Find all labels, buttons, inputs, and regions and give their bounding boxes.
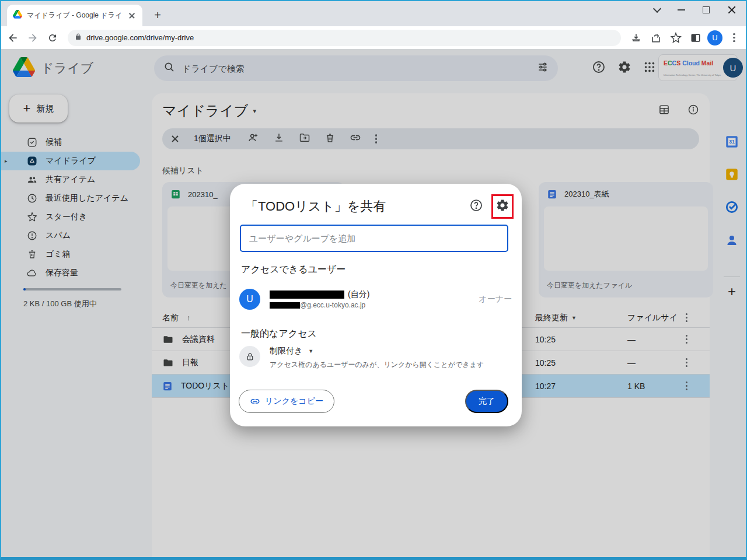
- window-close-button[interactable]: [727, 5, 736, 15]
- share-settings-gear-icon[interactable]: [495, 198, 509, 215]
- drive-favicon: [13, 10, 22, 21]
- tab-close-icon[interactable]: [127, 11, 137, 20]
- window-minimize-button[interactable]: [678, 9, 685, 10]
- owner-role-label: オーナー: [479, 294, 512, 304]
- browser-tab[interactable]: マイドライブ - Google ドライブ: [7, 5, 142, 26]
- forward-button[interactable]: [25, 30, 41, 46]
- owner-row[interactable]: U (自分) @g.ecc.u-tokyo.ac.jp オーナー: [239, 284, 512, 314]
- url-text: drive.google.com/drive/my-drive: [86, 33, 194, 42]
- done-button[interactable]: 完了: [465, 390, 508, 413]
- access-level-dropdown[interactable]: 制限付き ▼: [270, 346, 484, 356]
- lock-icon: [75, 33, 82, 43]
- back-button[interactable]: [5, 30, 21, 46]
- owner-avatar: U: [239, 289, 260, 310]
- share-dialog-title: 「TODOリスト」を共有: [245, 198, 386, 215]
- save-page-icon[interactable]: [628, 30, 644, 46]
- share-dialog: 「TODOリスト」を共有 アクセスできるユーザー U (自分) @g.ecc.u…: [230, 184, 522, 426]
- browser-menu-icon[interactable]: [726, 30, 742, 46]
- redacted-owner-name: [270, 290, 344, 299]
- owner-self-label: (自分): [348, 289, 369, 300]
- url-bar[interactable]: drive.google.com/drive/my-drive: [68, 30, 621, 46]
- restricted-lock-icon: [239, 346, 260, 367]
- browser-profile-avatar[interactable]: U: [707, 30, 722, 46]
- share-help-icon[interactable]: [469, 198, 483, 215]
- bookmark-star-icon[interactable]: [668, 30, 684, 46]
- tab-title: マイドライブ - Google ドライブ: [27, 10, 123, 20]
- add-people-input[interactable]: [240, 225, 508, 252]
- redacted-email-local: [270, 302, 300, 309]
- copy-link-button[interactable]: リンクをコピー: [239, 390, 334, 413]
- window-chevron-down-icon[interactable]: [653, 5, 661, 13]
- browser-toolbar: drive.google.com/drive/my-drive U: [0, 26, 747, 49]
- annotation-red-box: [491, 194, 514, 219]
- share-icon[interactable]: [648, 30, 664, 46]
- access-description: アクセス権のあるユーザーのみが、リンクから開くことができます: [270, 360, 484, 370]
- general-access-heading: 一般的なアクセス: [241, 328, 317, 340]
- access-caret-down-icon: ▼: [308, 348, 313, 354]
- reload-button[interactable]: [44, 30, 61, 46]
- browser-tab-strip: マイドライブ - Google ドライブ +: [0, 0, 747, 26]
- link-icon: [250, 396, 260, 407]
- new-tab-button[interactable]: +: [151, 8, 165, 22]
- owner-email-domain: @g.ecc.u-tokyo.ac.jp: [300, 301, 365, 309]
- people-with-access-heading: アクセスできるユーザー: [241, 264, 345, 276]
- window-maximize-button[interactable]: [703, 6, 710, 13]
- general-access-row: 制限付き ▼ アクセス権のあるユーザーのみが、リンクから開くことができます: [239, 346, 484, 370]
- side-panel-icon[interactable]: [687, 30, 704, 46]
